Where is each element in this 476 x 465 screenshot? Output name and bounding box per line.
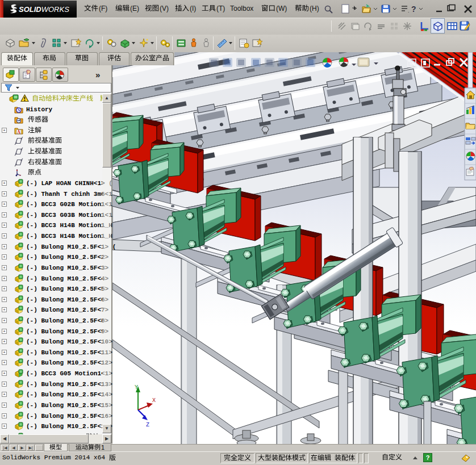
svg-text:X: X [152,397,156,404]
svg-text:.: . [408,8,410,14]
svg-text:A: A [17,129,20,135]
svg-text:Z: Z [146,422,149,428]
svg-text:Y: Y [135,384,138,391]
svg-text:?: ? [411,5,416,14]
svg-text:SOLIDWORKS: SOLIDWORKS [19,5,69,14]
